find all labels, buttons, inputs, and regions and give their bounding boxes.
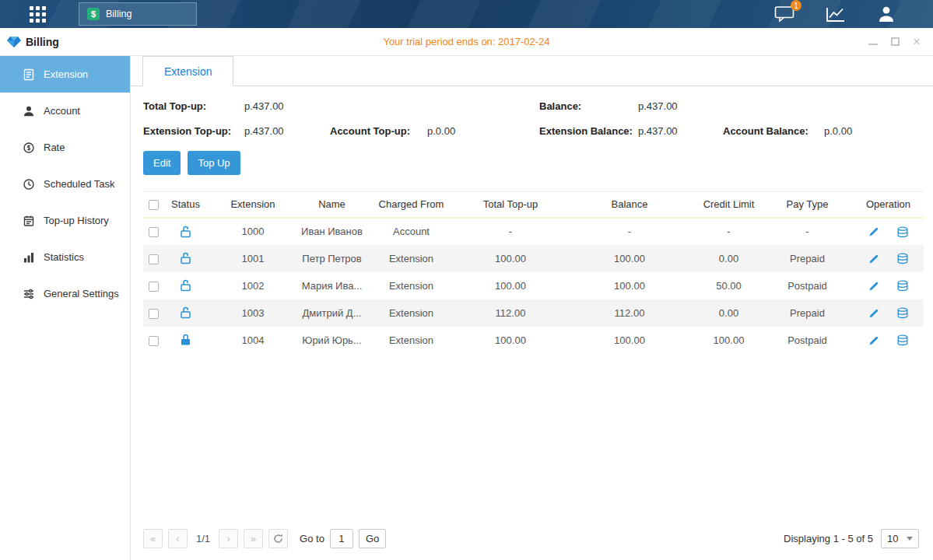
refresh-button[interactable]: [268, 529, 288, 548]
cell-pay-type: Postpaid: [762, 327, 853, 354]
col-name: Name: [299, 192, 365, 218]
last-page-button[interactable]: »: [244, 529, 263, 548]
account-topup-label: Account Top-up:: [330, 125, 427, 137]
edit-button[interactable]: Edit: [143, 151, 181, 175]
extension-balance-value: p.437.00: [638, 125, 723, 137]
person-icon: [877, 5, 896, 23]
window-titlebar: Billing Your trial period ends on: 2017-…: [0, 28, 933, 56]
next-page-button[interactable]: ›: [219, 529, 238, 548]
col-charged-from: Charged From: [365, 192, 458, 218]
billing-logo-icon: [7, 36, 21, 48]
cell-balance: 100.00: [563, 327, 696, 354]
cell-credit-limit: 100.00: [696, 327, 762, 354]
displaying-info: Displaying 1 - 5 of 5: [784, 533, 873, 544]
extension-balance-label: Extension Balance:: [539, 125, 638, 137]
topbar-billing-tab-label: Billing: [106, 9, 132, 19]
cell-pay-type: Postpaid: [762, 272, 853, 299]
minimize-button[interactable]: [868, 37, 878, 47]
sidebar-item-label: Account: [44, 105, 80, 117]
sidebar-item-general-settings[interactable]: General Settings: [0, 275, 130, 312]
status-lock-icon: [164, 299, 207, 327]
top-up-button[interactable]: Top Up: [188, 151, 240, 175]
billing-summary: Total Top-up: p.437.00 Balance: p.437.00…: [143, 100, 922, 137]
cell-extension: 1004: [207, 327, 299, 354]
sidebar-item-account[interactable]: Account: [0, 93, 130, 129]
topbar: $ Billing 1: [0, 0, 933, 28]
cell-credit-limit: 0.00: [696, 299, 762, 327]
cell-total-topup: 112.00: [458, 299, 563, 327]
cell-charged-from: Extension: [365, 327, 458, 354]
table-row[interactable]: 1000 Иван Иванов Account - - - -: [143, 218, 924, 245]
tab-extension[interactable]: Extension: [142, 56, 233, 86]
account-icon: [23, 105, 35, 117]
sidebar-item-extension[interactable]: Extension: [0, 56, 130, 93]
table-header-row: Status Extension Name Charged From Total…: [143, 192, 924, 218]
row-checkbox[interactable]: [149, 227, 159, 237]
row-checkbox[interactable]: [149, 309, 159, 319]
extension-icon: [23, 68, 35, 81]
sidebar: Extension Account Rate: [0, 56, 131, 560]
topup-row-icon[interactable]: [896, 226, 909, 238]
sidebar-item-label: Rate: [44, 142, 65, 153]
topup-row-icon[interactable]: [896, 307, 909, 319]
topup-row-icon[interactable]: [896, 334, 909, 346]
edit-row-icon[interactable]: [868, 226, 879, 237]
table-row[interactable]: 1004 Юрий Юрь... Extension 100.00 100.00…: [143, 327, 924, 354]
row-checkbox[interactable]: [149, 254, 159, 264]
sidebar-item-label: Statistics: [44, 251, 84, 263]
prev-page-button[interactable]: ‹: [168, 529, 188, 548]
cell-pay-type: Prepaid: [762, 245, 853, 272]
cell-pay-type: Prepaid: [762, 299, 853, 327]
cell-name: Мария Ива...: [299, 272, 365, 299]
go-button[interactable]: Go: [359, 529, 386, 548]
close-button[interactable]: ×: [913, 35, 921, 48]
edit-row-icon[interactable]: [868, 335, 879, 346]
topbar-billing-tab[interactable]: $ Billing: [79, 2, 197, 26]
cell-total-topup: 100.00: [458, 327, 563, 354]
status-lock-icon: [164, 218, 207, 245]
row-checkbox[interactable]: [149, 282, 159, 292]
table-row[interactable]: 1003 Дмитрий Д... Extension 112.00 112.0…: [143, 299, 924, 327]
status-lock-icon: [164, 272, 207, 299]
cell-charged-from: Account: [365, 218, 458, 245]
dollar-icon: $: [87, 8, 100, 20]
page-indicator: 1/1: [196, 533, 210, 544]
col-extension: Extension: [207, 192, 299, 218]
maximize-button[interactable]: [891, 37, 900, 46]
cell-balance: 100.00: [563, 272, 696, 299]
sidebar-item-label: Scheduled Task: [44, 178, 115, 190]
notifications-icon[interactable]: 1: [774, 5, 794, 23]
account-balance-label: Account Balance:: [723, 125, 824, 137]
goto-page-input[interactable]: [330, 529, 353, 548]
cell-total-topup: 100.00: [458, 245, 563, 272]
table-row[interactable]: 1002 Мария Ива... Extension 100.00 100.0…: [143, 272, 924, 299]
cell-credit-limit: -: [696, 218, 762, 245]
edit-row-icon[interactable]: [868, 308, 879, 319]
refresh-icon: [273, 534, 283, 544]
cell-credit-limit: 0.00: [696, 245, 762, 272]
cell-total-topup: 100.00: [458, 272, 563, 299]
table-row[interactable]: 1001 Петр Петров Extension 100.00 100.00…: [143, 245, 924, 272]
sidebar-item-topup-history[interactable]: Top-up History: [0, 202, 130, 239]
user-account-icon[interactable]: [877, 5, 896, 23]
edit-row-icon[interactable]: [868, 254, 879, 264]
status-lock-icon: [164, 245, 207, 272]
extensions-table: Status Extension Name Charged From Total…: [143, 191, 924, 354]
edit-row-icon[interactable]: [868, 281, 879, 292]
cell-extension: 1002: [207, 272, 299, 299]
monitor-chart-icon[interactable]: [826, 6, 846, 23]
topup-row-icon[interactable]: [896, 253, 909, 264]
page-size-select[interactable]: 10: [881, 529, 919, 548]
cell-charged-from: Extension: [365, 245, 458, 272]
sidebar-item-scheduled-task[interactable]: Scheduled Task: [0, 166, 130, 202]
select-all-checkbox[interactable]: [149, 200, 159, 210]
sidebar-item-statistics[interactable]: Statistics: [0, 239, 130, 275]
total-topup-label: Total Top-up:: [143, 100, 244, 112]
first-page-button[interactable]: «: [143, 529, 163, 548]
topup-row-icon[interactable]: [896, 280, 909, 292]
apps-menu-icon[interactable]: [30, 6, 46, 23]
rate-icon: [23, 142, 35, 154]
sidebar-item-rate[interactable]: Rate: [0, 129, 130, 166]
row-checkbox[interactable]: [149, 336, 159, 346]
col-credit-limit: Credit Limit: [696, 192, 762, 218]
